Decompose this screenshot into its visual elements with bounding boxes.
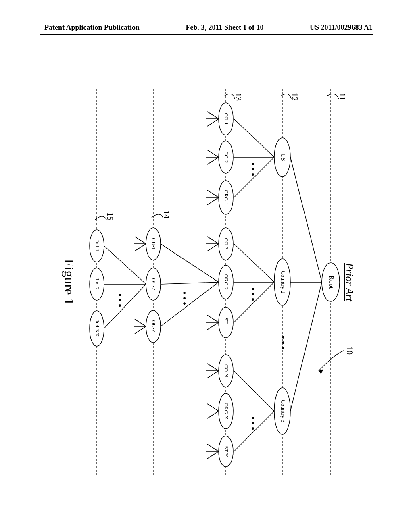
ref-13: 13 — [234, 93, 243, 101]
node-ind2: Ind-2 — [90, 268, 104, 300]
edge-ou2-ind1 — [104, 246, 146, 284]
label-org2: ORG-2 — [223, 274, 229, 290]
ref-14: 14 — [162, 210, 171, 218]
dots-c2: • • • — [248, 287, 258, 301]
header-right: US 2011/0029683 A1 — [310, 23, 373, 32]
dots-level1: • • • — [278, 336, 288, 349]
node-country2: Country 2 — [274, 259, 290, 305]
prior-art-label: Prior Art — [344, 262, 355, 301]
node-indxx: Ind-XX — [90, 311, 104, 346]
ref-11: 11 — [338, 93, 347, 100]
node-country3: Country 3 — [274, 388, 290, 434]
node-root: Root — [322, 263, 340, 301]
label-ind2: Ind-2 — [94, 278, 100, 290]
dots-ind: • • • — [115, 293, 125, 307]
dots-us: • • • — [248, 162, 258, 176]
node-co1: CO-1 — [206, 103, 233, 135]
ref-10: 10 — [345, 347, 354, 355]
edge-c2-co3 — [234, 244, 274, 282]
ref-15: 15 — [106, 212, 115, 220]
node-con: CO-N — [206, 355, 233, 387]
label-st1: ST-1 — [223, 318, 229, 328]
node-org2: ORG-2 — [219, 265, 233, 299]
label-indxx: Ind-XX — [94, 320, 100, 337]
node-ouz: OU-Z — [134, 310, 161, 343]
page-header: Patent Application Publication Feb. 3, 2… — [0, 23, 413, 32]
lead-10 — [319, 351, 344, 371]
edge-org2-ou2 — [161, 282, 219, 284]
node-ind1: Ind-1 — [90, 230, 104, 262]
node-co3: CO-3 — [206, 228, 233, 260]
header-rule — [40, 34, 373, 35]
header-center: Feb. 3, 2011 Sheet 1 of 10 — [186, 23, 264, 32]
lead-11 — [327, 94, 339, 99]
label-ou1: OU-1 — [151, 238, 157, 250]
label-ouz: OU-Z — [151, 320, 157, 332]
label-con: CO-N — [223, 364, 229, 377]
label-root: Root — [327, 275, 335, 289]
label-co3: CO-3 — [223, 238, 229, 250]
node-orgx: ORG-X — [206, 393, 233, 429]
node-org1: ORG-1 — [206, 181, 233, 214]
node-us: US — [274, 138, 290, 177]
label-us: US — [280, 153, 286, 161]
ref-12: 12 — [290, 93, 299, 101]
edge-us-co1 — [234, 119, 274, 157]
label-country3: Country 3 — [280, 400, 286, 422]
dots-ou: • • • — [179, 291, 190, 305]
label-country2: Country 2 — [280, 271, 286, 293]
edge-root-c3 — [290, 282, 322, 411]
node-co2: CO-2 — [206, 141, 233, 173]
label-orgx: ORG-X — [223, 403, 229, 420]
diagram-svg: Root US Country 2 Country 3 • • • — [48, 81, 355, 484]
figure-1-diagram: Root US Country 2 Country 3 • • • — [48, 81, 355, 484]
label-co1: CO-1 — [223, 113, 229, 125]
node-ou1: OU-1 — [134, 228, 161, 260]
label-co2: CO-2 — [223, 152, 229, 163]
node-st1: ST-1 — [206, 307, 233, 338]
edge-ou2-indxx — [104, 284, 146, 328]
edge-c3-con — [234, 371, 274, 411]
label-ind1: Ind-1 — [94, 240, 100, 251]
node-sty: ST-Y — [206, 436, 233, 467]
header-left: Patent Application Publication — [44, 23, 140, 32]
edge-root-us — [290, 157, 322, 282]
edge-org2-ouz — [161, 282, 219, 326]
page: Patent Application Publication Feb. 3, 2… — [0, 0, 413, 532]
dots-c3: • • • — [248, 416, 258, 430]
label-sty: ST-Y — [223, 446, 229, 457]
label-ou2: OU-2 — [151, 278, 157, 290]
label-org1: ORG-1 — [223, 190, 229, 205]
node-ou2: OU-2 — [146, 268, 161, 300]
figure-label: Figure 1 — [62, 259, 77, 305]
